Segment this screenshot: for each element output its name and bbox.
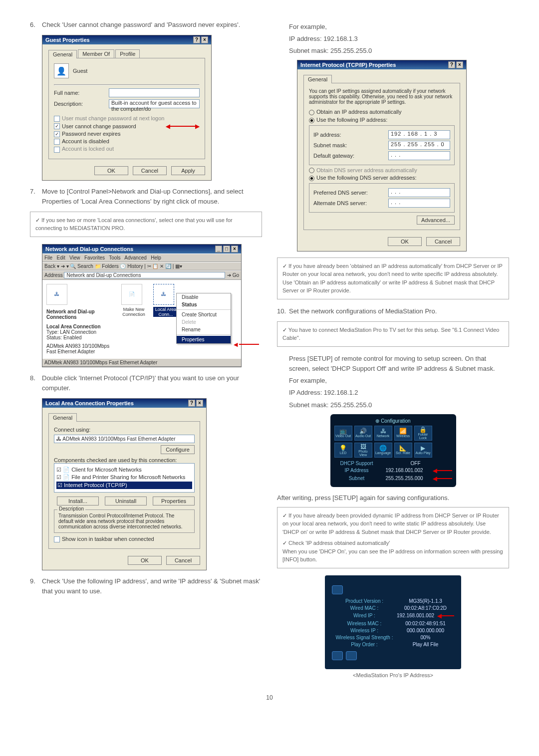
ms-value: OFF [379,461,452,466]
tab-general[interactable]: General [48,413,77,422]
checkbox[interactable] [54,536,60,542]
page-number: 10 [30,694,509,701]
tab-general[interactable]: General [303,75,332,83]
info-key: Wireless Signal Strength : [332,635,397,640]
tab-general[interactable]: General [48,50,77,58]
menu-bar[interactable]: File Edit View Favorites Tools Advanced … [42,253,241,262]
make-new-connection-icon[interactable]: 📄 [121,284,142,305]
ms-cell[interactable]: ▶Auto Play [414,443,432,458]
ms-value: 192.168.001.002 [379,468,430,473]
ok-button[interactable]: OK [94,166,128,175]
ms-cell[interactable]: 🖧Network [374,426,392,441]
configure-button[interactable]: Configure [161,445,195,454]
subnet-input[interactable]: 255 . 255 . 255 . 0 [388,141,450,150]
context-menu[interactable]: Disable Status Create Shortcut Delete Re… [176,293,231,344]
toolbar[interactable]: Back ▾ ➔ ▾ 🔍 Search 📁 Folders 🕒 History … [42,262,241,270]
help-icon[interactable]: ? [448,61,455,68]
lan-properties-dialog: Local Area Connection Properties ? × Gen… [42,398,207,570]
red-arrow-icon [234,341,238,348]
menu-item[interactable]: Delete [177,318,231,326]
list-item[interactable]: ☑ 📄 Client for Microsoft Networks [56,467,192,473]
description-input[interactable]: Built-in account for guest access to the… [109,99,200,108]
menu-item-properties[interactable]: Properties [177,336,231,343]
close-icon[interactable]: × [231,246,238,252]
help-icon[interactable]: ? [188,400,195,407]
description-label: Description: [54,101,109,107]
menu-item[interactable]: Disable [177,293,231,301]
step-number: 9. [30,576,42,596]
radio-use-following[interactable] [309,118,314,123]
radio-obtain-auto[interactable] [309,110,314,115]
maximize-icon[interactable]: □ [223,246,230,252]
example-label: For example, [289,22,509,32]
minimize-icon[interactable]: _ [215,246,222,252]
tip-text: If you have already been 'obtained an IP… [282,263,503,294]
info-value: 00:02:A8:17:C0:2D [397,605,454,611]
ok-button[interactable]: OK [128,556,162,565]
list-item[interactable]: ☑ 📄 File and Printer Sharing for Microso… [56,474,192,481]
close-icon[interactable]: × [456,61,463,68]
ms-cell[interactable]: 📶Wireless [394,426,412,441]
tab-member-of[interactable]: Member Of [78,49,114,58]
ip-input[interactable]: 192 . 168 . 1 . 3 [388,130,450,139]
tip-text: You have to connect MediaStation Pro to … [282,327,499,341]
mediastation-info-screen: Product Version :MG35(R)-1.1.3 Wired MAC… [325,575,461,669]
menu-item[interactable]: Rename [177,326,231,333]
description-label: Description [57,506,85,511]
checkbox[interactable]: ✓ [54,123,60,129]
connections-icon: 🖧 [46,284,67,305]
checkbox[interactable] [54,139,60,145]
step-text: Double click 'Internet Protocol (TCP/IP)… [42,373,262,393]
help-icon[interactable]: ? [193,36,200,43]
ms-cell[interactable]: 🖼Photo View [354,443,372,458]
ms-cell[interactable]: 🔒Folder Lock [414,426,432,441]
step-number: 8. [30,373,42,393]
menu-item[interactable]: Status [177,301,231,308]
nic-field: 🖧 ADMtek AN983 10/100Mbps Fast Ethernet … [54,435,195,443]
dns1-input[interactable]: . . . [388,188,450,197]
info-key: Wireless MAC : [332,621,397,626]
cancel-button[interactable]: Cancel [166,556,200,565]
ok-button[interactable]: OK [388,237,422,246]
uninstall-button[interactable]: Uninstall [105,497,147,505]
cancel-button[interactable]: Cancel [133,166,167,175]
ms-cell[interactable]: 🔊Audio Out [354,426,372,441]
list-item-tcpip[interactable]: ☑ Internet Protocol (TCP/IP) [56,482,192,489]
icon-label: Make New Connection [121,307,146,317]
info-value: Play All File [397,642,454,647]
gateway-input[interactable]: . . . [388,151,450,160]
ms-cell[interactable]: 📺Video Out [334,426,352,441]
ms-cell[interactable]: 🌐Language [374,443,392,458]
mediastation-config-screen: ⊕ Configuration 📺Video Out 🔊Audio Out 🖧N… [330,414,456,487]
go-button[interactable]: ➔ Go [227,272,239,278]
example-mask: Subnet mask: 255.255.255.0 [289,400,509,410]
radio-dns-following[interactable] [309,176,314,181]
ms-cell[interactable]: 📐Scr. Rate [394,443,412,458]
cancel-button[interactable]: Cancel [426,237,460,246]
install-button[interactable]: Install... [57,497,99,505]
show-icon-option: Show icon in taskbar when connected [62,536,154,542]
advanced-button[interactable]: Advanced... [417,216,455,225]
panel-title: Network and Dial-up Connections [46,309,95,320]
ms-cell[interactable]: 💡LED [334,443,352,458]
menu-item[interactable]: Create Shortcut [177,311,231,318]
checkbox[interactable]: ✓ [54,131,60,137]
panel-line: Type: LAN Connection [46,329,116,335]
network-connections-window: Network and Dial-up Connections _ □ × Fi… [42,244,242,367]
intro-text: You can get IP settings assigned automat… [309,88,455,105]
full-name-input[interactable] [109,88,200,97]
address-bar[interactable]: Network and Dial-up Connections [64,272,225,278]
properties-button[interactable]: Properties [153,497,195,505]
tip-text: If you see two or more 'Local area conne… [35,217,233,232]
figure-caption: <MediaStation Pro's IP Address> [277,672,509,678]
dns1-label: Preferred DNS server: [313,190,388,196]
apply-button[interactable]: Apply [171,166,205,175]
option-cannot-change: User cannot change password [62,123,166,129]
tab-profile[interactable]: Profile [115,49,140,58]
dns2-input[interactable]: . . . [388,199,450,208]
close-icon[interactable]: × [201,36,208,43]
dialog-title: Local Area Connection Properties [45,400,134,406]
address-label: Address [44,272,63,278]
local-area-connection-icon[interactable]: 🖧 [153,284,174,305]
close-icon[interactable]: × [196,400,203,407]
